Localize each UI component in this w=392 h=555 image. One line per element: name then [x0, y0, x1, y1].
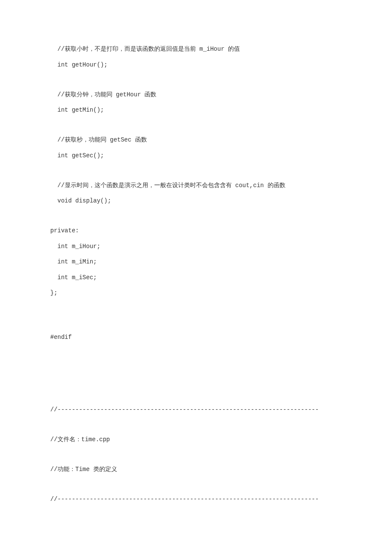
code-line: void display(); — [50, 197, 342, 205]
code-line: //功能：Time 类的定义 — [50, 465, 342, 474]
code-line: }; — [50, 289, 342, 298]
code-line — [50, 391, 342, 399]
code-line: //文件名：time.cpp — [50, 435, 342, 444]
code-line — [50, 377, 342, 384]
code-line — [50, 121, 342, 129]
document-page: //获取小时，不是打印，而是该函数的返回值是当前 m_iHour 的值 int … — [0, 0, 392, 536]
code-line: int m_iSec; — [50, 273, 342, 282]
code-line: //--------------------------------------… — [50, 405, 342, 414]
code-line — [50, 348, 342, 356]
code-line: private: — [50, 226, 342, 235]
code-line: //获取分钟，功能同 getHour 函数 — [50, 90, 342, 99]
code-line: int getSec(); — [50, 151, 342, 160]
code-line — [50, 481, 342, 489]
code-line — [50, 76, 342, 84]
code-line: //显示时间，这个函数是演示之用，一般在设计类时不会包含含有 cout,cin … — [50, 181, 342, 190]
code-line — [50, 363, 342, 370]
code-line — [50, 212, 342, 220]
code-line: int m_iMin; — [50, 257, 342, 266]
code-line: //获取秒，功能同 getSec 函数 — [50, 136, 342, 145]
code-line — [50, 304, 342, 312]
code-line — [50, 167, 342, 174]
code-line: #endif — [50, 333, 342, 342]
code-line — [50, 421, 342, 429]
code-line: int getHour(); — [50, 61, 342, 69]
code-line: int m_iHour; — [50, 242, 342, 251]
code-line: int getMin(); — [50, 106, 342, 115]
code-line: //获取小时，不是打印，而是该函数的返回值是当前 m_iHour 的值 — [50, 45, 342, 54]
code-line: //--------------------------------------… — [50, 495, 342, 504]
code-line — [50, 451, 342, 459]
code-line — [50, 318, 342, 326]
